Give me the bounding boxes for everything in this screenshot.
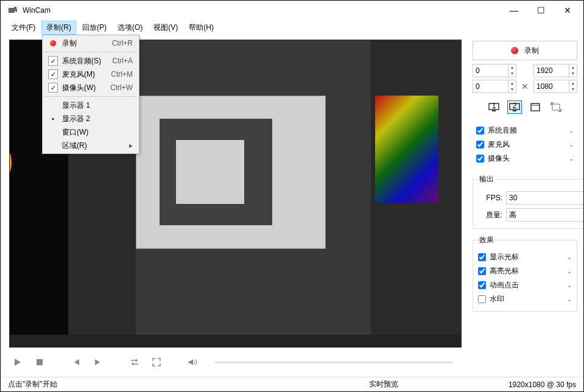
volume-button[interactable]	[187, 356, 199, 368]
skip-start-button[interactable]	[70, 356, 82, 368]
menu-view[interactable]: 视图(V)	[149, 21, 183, 35]
menubar: 文件(F) 录制(R) 回放(P) 选项(O) 视图(V) 帮助(H) 录制 C…	[1, 20, 583, 35]
region-capture-button[interactable]	[549, 100, 563, 114]
fullscreen-button[interactable]	[150, 356, 163, 368]
chevron-down-icon[interactable]: ⌄	[567, 282, 572, 289]
titlebar: WinCam — ☐ ✕	[1, 1, 583, 20]
stop-button[interactable]	[33, 356, 46, 368]
volume-slider[interactable]	[215, 362, 453, 363]
sidebar: 录制 ▲▼ ▲▼ ▲▼ ✕ ▲▼ 1 2 系统音频⌄ 麦克风⌄ 摄像头⌄ 输出 …	[470, 35, 583, 377]
app-icon	[8, 5, 18, 15]
webcam-checkbox[interactable]: 摄像头⌄	[476, 152, 574, 166]
close-button[interactable]: ✕	[561, 5, 574, 15]
svg-point-1	[14, 7, 16, 9]
menu-item-microphone[interactable]: ✓ 麦克风(M) Ctrl+M	[44, 68, 138, 81]
highlight-cursor-checkbox[interactable]: 高亮光标⌄	[478, 264, 572, 278]
chevron-down-icon[interactable]: ⌄	[567, 268, 572, 275]
window-title: WinCam	[23, 6, 508, 15]
svg-rect-9	[531, 103, 540, 111]
separator	[45, 52, 136, 52]
chevron-down-icon[interactable]: ⌄	[567, 296, 572, 303]
chevron-down-icon[interactable]: ⌄	[569, 127, 574, 134]
menu-item-window[interactable]: 窗口(W)	[44, 125, 138, 139]
times-icon: ✕	[519, 82, 531, 91]
maximize-button[interactable]: ☐	[535, 5, 547, 15]
svg-rect-8	[513, 110, 516, 111]
svg-text:2: 2	[513, 102, 517, 110]
show-cursor-checkbox[interactable]: 显示光标⌄	[478, 250, 572, 264]
record-icon	[511, 47, 518, 54]
monitor2-button[interactable]: 2	[507, 100, 522, 114]
fps-field[interactable]: ⌄	[506, 191, 583, 205]
check-icon: ✓	[48, 56, 58, 66]
radio-icon: •	[46, 115, 60, 122]
chevron-down-icon[interactable]: ⌄	[567, 254, 572, 261]
y-field[interactable]: ▲▼	[473, 80, 516, 93]
record-dropdown: 录制 Ctrl+R ✓ 系统音频(S) Ctrl+A ✓ 麦克风(M) Ctrl…	[42, 35, 139, 154]
effects-group: 效果 显示光标⌄ 高亮光标⌄ 动画点击⌄ 水印⌄	[473, 235, 577, 312]
chevron-down-icon[interactable]: ⌄	[569, 155, 574, 162]
menu-item-region[interactable]: 区域(R) ▸	[44, 139, 138, 152]
menu-item-monitor1[interactable]: 显示器 1	[44, 99, 138, 112]
microphone-checkbox[interactable]: 麦克风⌄	[476, 138, 574, 152]
svg-rect-0	[9, 8, 15, 13]
menu-help[interactable]: 帮助(H)	[184, 21, 219, 35]
height-field[interactable]: ▲▼	[533, 80, 577, 93]
window-capture-button[interactable]	[528, 100, 543, 114]
menu-item-record[interactable]: 录制 Ctrl+R	[44, 37, 138, 50]
svg-rect-5	[492, 110, 496, 111]
playback-controls	[1, 348, 470, 377]
system-audio-checkbox[interactable]: 系统音频⌄	[476, 124, 574, 138]
loop-button[interactable]	[128, 356, 141, 368]
separator	[45, 96, 136, 97]
svg-rect-2	[37, 359, 43, 365]
animate-click-checkbox[interactable]: 动画点击⌄	[478, 278, 572, 292]
skip-end-button[interactable]	[92, 356, 104, 368]
width-field[interactable]: ▲▼	[533, 64, 577, 77]
minimize-button[interactable]: —	[508, 5, 520, 15]
x-field[interactable]: ▲▼	[473, 64, 516, 77]
menu-item-webcam[interactable]: ✓ 摄像头(W) Ctrl+W	[44, 81, 138, 94]
svg-rect-11	[552, 104, 560, 110]
record-button[interactable]: 录制	[473, 41, 577, 60]
quality-field[interactable]: ⌄	[506, 208, 583, 222]
menu-item-monitor2[interactable]: • 显示器 2	[44, 112, 138, 125]
menu-options[interactable]: 选项(O)	[113, 21, 147, 35]
svg-text:1: 1	[492, 102, 496, 110]
output-group: 输出 FPS: ⌄ 质量: ⌄	[473, 174, 583, 229]
menu-item-system-audio[interactable]: ✓ 系统音频(S) Ctrl+A	[44, 54, 138, 68]
monitor1-button[interactable]: 1	[487, 100, 501, 114]
submenu-arrow-icon: ▸	[129, 141, 133, 150]
check-icon: ✓	[48, 83, 58, 93]
menu-playback[interactable]: 回放(P)	[77, 21, 111, 35]
play-button[interactable]	[12, 356, 24, 368]
check-icon: ✓	[48, 69, 58, 79]
menu-file[interactable]: 文件(F)	[7, 21, 40, 35]
record-icon	[46, 40, 60, 46]
status-hint: 点击"录制"开始	[8, 379, 258, 390]
status-resolution: 1920x1080 @ 30 fps	[508, 380, 576, 389]
menu-record[interactable]: 录制(R)	[41, 21, 76, 35]
status-mode: 实时预览	[258, 379, 508, 390]
watermark-checkbox[interactable]: 水印⌄	[478, 292, 572, 306]
statusbar: 点击"录制"开始 实时预览 1920x1080 @ 30 fps	[1, 377, 583, 391]
chevron-down-icon[interactable]: ⌄	[569, 141, 574, 148]
